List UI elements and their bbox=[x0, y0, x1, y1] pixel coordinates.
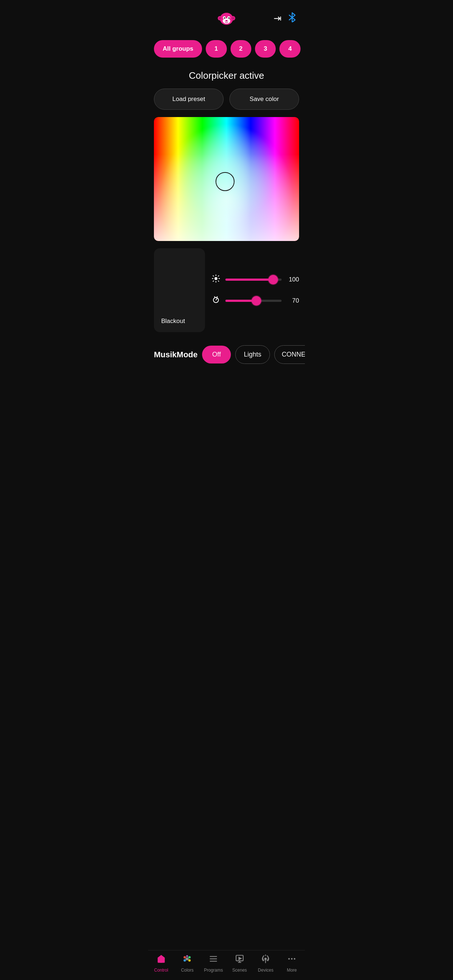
brightness-value: 100 bbox=[286, 276, 299, 283]
group-pill-all[interactable]: All groups bbox=[154, 40, 202, 57]
brightness-slider-track[interactable] bbox=[225, 278, 282, 281]
blackout-label: Blackout bbox=[161, 318, 185, 325]
svg-point-29 bbox=[291, 958, 292, 959]
bluetooth-icon[interactable] bbox=[288, 12, 296, 25]
nav-label-more: More bbox=[287, 967, 297, 973]
colorpicker-title: Colorpicker active bbox=[148, 61, 305, 89]
svg-point-4 bbox=[231, 17, 234, 20]
header-icons: ⇥ bbox=[274, 12, 296, 25]
sliders-container: 100 70 bbox=[211, 274, 299, 306]
brightness-slider-row: 100 bbox=[211, 274, 299, 285]
speed-slider-track[interactable] bbox=[225, 300, 282, 302]
svg-point-18 bbox=[187, 955, 188, 957]
nav-item-scenes[interactable]: Scenes bbox=[229, 954, 250, 973]
nav-item-programs[interactable]: Programs bbox=[203, 954, 224, 973]
controls-section: Blackout 100 bbox=[148, 241, 305, 339]
bottom-nav: Control Colors Programs bbox=[148, 950, 305, 980]
home-icon bbox=[156, 954, 166, 966]
nav-label-devices: Devices bbox=[258, 967, 274, 973]
nav-label-control: Control bbox=[154, 967, 168, 973]
group-pills: All groups 1 2 3 4 bbox=[148, 33, 305, 61]
nav-item-more[interactable]: More bbox=[281, 954, 303, 973]
svg-point-16 bbox=[184, 959, 187, 962]
nav-item-devices[interactable]: Devices bbox=[255, 954, 276, 973]
load-preset-button[interactable]: Load preset bbox=[154, 89, 223, 110]
nav-label-scenes: Scenes bbox=[232, 967, 247, 973]
svg-point-30 bbox=[294, 958, 295, 959]
svg-point-13 bbox=[186, 958, 189, 961]
group-pill-1[interactable]: 1 bbox=[206, 40, 226, 57]
svg-point-9 bbox=[228, 17, 230, 19]
more-icon bbox=[287, 954, 297, 966]
colors-icon bbox=[182, 954, 192, 966]
svg-point-17 bbox=[188, 959, 191, 962]
brightness-icon bbox=[211, 274, 221, 285]
svg-point-15 bbox=[188, 956, 191, 958]
login-icon[interactable]: ⇥ bbox=[274, 13, 282, 24]
speed-slider-fill bbox=[225, 300, 257, 302]
colorpicker-area[interactable] bbox=[154, 117, 299, 241]
musikmode-lights-button[interactable]: Lights bbox=[235, 345, 270, 364]
svg-point-8 bbox=[224, 17, 225, 19]
musikmode-bar: MusikMode Off Lights CONNECT bbox=[148, 339, 305, 371]
nav-label-programs: Programs bbox=[204, 967, 223, 973]
speed-slider-row: 70 bbox=[211, 295, 299, 306]
brightness-slider-thumb bbox=[268, 275, 278, 285]
speed-slider-thumb bbox=[252, 296, 261, 305]
svg-point-27 bbox=[265, 958, 266, 959]
save-color-button[interactable]: Save color bbox=[230, 89, 299, 110]
svg-point-14 bbox=[184, 956, 187, 958]
speed-value: 70 bbox=[286, 297, 299, 304]
blackout-button[interactable]: Blackout bbox=[154, 248, 205, 332]
action-buttons: Load preset Save color bbox=[148, 89, 305, 117]
scenes-icon bbox=[235, 954, 244, 966]
app-logo bbox=[215, 7, 238, 29]
svg-point-10 bbox=[225, 20, 228, 22]
group-pill-3[interactable]: 3 bbox=[255, 40, 276, 57]
speed-icon bbox=[211, 295, 221, 306]
nav-item-control[interactable]: Control bbox=[150, 954, 172, 973]
svg-point-28 bbox=[288, 958, 290, 959]
musikmode-off-button[interactable]: Off bbox=[202, 345, 231, 363]
musikmode-label: MusikMode bbox=[154, 350, 198, 360]
programs-icon bbox=[209, 954, 218, 966]
devices-icon bbox=[261, 954, 270, 966]
musikmode-connect-button[interactable]: CONNECT bbox=[274, 345, 305, 364]
svg-point-3 bbox=[219, 17, 222, 20]
group-pill-2[interactable]: 2 bbox=[231, 40, 251, 57]
brightness-slider-fill bbox=[225, 278, 273, 281]
nav-label-colors: Colors bbox=[181, 967, 194, 973]
svg-marker-23 bbox=[239, 958, 241, 960]
svg-point-11 bbox=[214, 277, 217, 280]
nav-item-colors[interactable]: Colors bbox=[176, 954, 198, 973]
header: ⇥ bbox=[148, 0, 305, 33]
group-pill-4[interactable]: 4 bbox=[279, 40, 300, 57]
